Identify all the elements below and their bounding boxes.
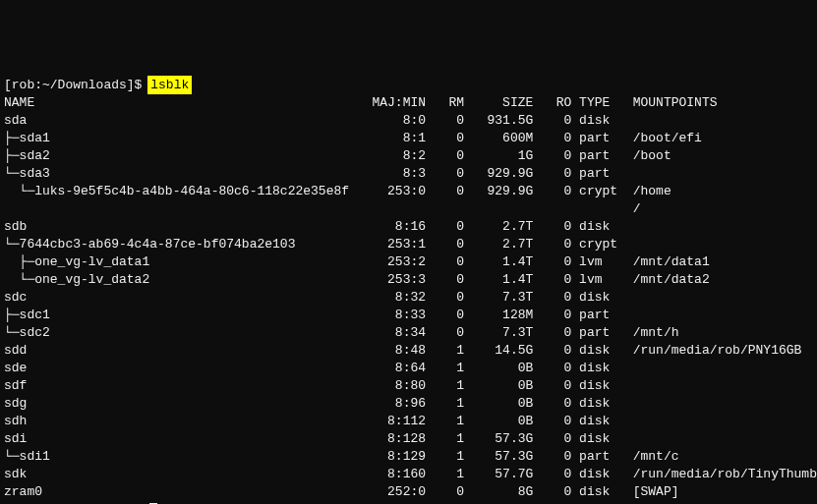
table-row: └─sdi1 8:129 1 57.3G 0 part /mnt/c: [4, 448, 813, 466]
table-row: sdk 8:160 1 57.7G 0 disk /run/media/rob/…: [4, 466, 813, 483]
table-row: /: [4, 200, 813, 218]
table-row: sdf 8:80 1 0B 0 disk: [4, 377, 813, 395]
prompt-line: [rob:~/Downloads]$ lsblk: [4, 77, 813, 94]
table-row: zram0 252:0 0 8G 0 disk [SWAP]: [4, 483, 813, 501]
table-row: sde 8:64 1 0B 0 disk: [4, 360, 813, 377]
table-row: ├─sdc1 8:33 0 128M 0 part: [4, 307, 813, 324]
table-row: sdg 8:96 1 0B 0 disk: [4, 395, 813, 413]
table-row: └─sda3 8:3 0 929.9G 0 part: [4, 165, 813, 183]
header-row: NAME MAJ:MIN RM SIZE RO TYPE MOUNTPOINTS: [4, 94, 813, 112]
prompt-text: [rob:~/Downloads]$: [4, 78, 149, 92]
table-row: sdc 8:32 0 7.3T 0 disk: [4, 289, 813, 307]
table-row: ├─sda2 8:2 0 1G 0 part /boot: [4, 147, 813, 165]
table-row: sdb 8:16 0 2.7T 0 disk: [4, 218, 813, 236]
table-row: ├─sda1 8:1 0 600M 0 part /boot/efi: [4, 130, 813, 147]
table-row: └─luks-9e5f5c4b-a4bb-464a-80c6-118c22e35…: [4, 183, 813, 200]
table-row: ├─one_vg-lv_data1 253:2 0 1.4T 0 lvm /mn…: [4, 253, 813, 271]
terminal[interactable]: [rob:~/Downloads]$ lsblkNAME MAJ:MIN RM …: [4, 77, 813, 504]
table-row: sdi 8:128 1 57.3G 0 disk: [4, 430, 813, 448]
table-row: sda 8:0 0 931.5G 0 disk: [4, 112, 813, 130]
table-row: └─one_vg-lv_data2 253:3 0 1.4T 0 lvm /mn…: [4, 271, 813, 289]
table-row: sdd 8:48 1 14.5G 0 disk /run/media/rob/P…: [4, 342, 813, 360]
table-row: sdh 8:112 1 0B 0 disk: [4, 413, 813, 430]
table-row: └─sdc2 8:34 0 7.3T 0 part /mnt/h: [4, 324, 813, 342]
table-row: └─7644cbc3-ab69-4c4a-87ce-bf074ba2e103 2…: [4, 236, 813, 253]
command-highlight: lsblk: [149, 78, 190, 92]
